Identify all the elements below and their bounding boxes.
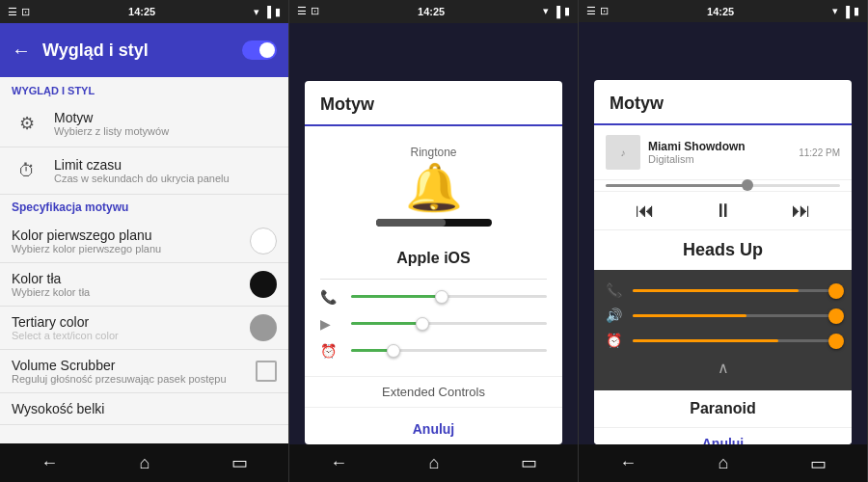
limit-title: Limit czasu [54, 157, 277, 173]
color-circle-black[interactable] [250, 271, 277, 298]
music-seek[interactable] [594, 180, 852, 192]
back-nav-1[interactable]: ← [41, 453, 58, 473]
orange-thumb-3 [828, 334, 844, 349]
menu-item-kolor-planu[interactable]: Kolor pierwszego planu Wybierz kolor pie… [0, 220, 288, 263]
menu-item-kolor-tla[interactable]: Kolor tła Wybierz kolor tła [0, 263, 288, 307]
menu-item-limit[interactable]: ⏱ Limit czasu Czas w sekundach do ukryci… [0, 147, 288, 195]
page-title-1: Wygląd i styl [42, 40, 231, 61]
gear-icon: ⚙ [12, 108, 42, 139]
extended-controls-label: Extended Controls [305, 376, 562, 407]
time-1: 14:25 [128, 6, 155, 17]
home-nav-1[interactable]: ⌂ [140, 453, 150, 473]
dialog-content: Ringtone 🔔 Apple iOS 📞 ▶ [305, 126, 562, 376]
heads-up-label: Heads Up [594, 230, 852, 270]
signal-icon-2: ▐ [553, 6, 560, 17]
battery-icon: ▮ [275, 6, 281, 18]
anuluj-button-3[interactable]: Anuluj [594, 427, 852, 444]
volume-text: Volume Scrubber Reguluj głośność przesuw… [12, 358, 244, 385]
wysokosc-text: Wysokość belki [12, 401, 277, 416]
status-icons-right-3: ▾ ▐ ▮ [832, 5, 859, 17]
slider-fill-1 [351, 295, 439, 298]
alarm-icon-3: ⏰ [606, 333, 625, 348]
recent-nav-1[interactable]: ▭ [231, 452, 248, 473]
status-bar-3: ☰ ⊡ 14:25 ▾ ▐ ▮ [579, 0, 867, 22]
motyw-text: Motyw Wybierz z listy motywów [54, 110, 277, 137]
tertiary-subtitle: Select a text/icon color [12, 330, 238, 341]
motyw-subtitle: Wybierz z listy motywów [54, 125, 277, 137]
seek-track [606, 184, 840, 187]
spec-section-label: Specyfikacja motywu [0, 195, 288, 220]
back-button-1[interactable]: ← [12, 40, 31, 62]
bell-icon: 🔔 [405, 165, 463, 211]
dark-sliders-section: 📞 🔊 ⏰ ∧ [594, 270, 852, 390]
anuluj-button-2[interactable]: Anuluj [413, 415, 455, 442]
bottom-nav-3: ← ⌂ ▭ [579, 444, 867, 482]
dialog-motyw: Motyw Ringtone 🔔 Apple iOS 📞 ▶ [305, 81, 562, 444]
ringtone-label: Ringtone [410, 146, 456, 159]
alarm-icon: ⏰ [320, 343, 343, 359]
ringtone-section: Ringtone 🔔 [320, 138, 547, 242]
tertiary-text-block: Tertiary color Select a text/icon color [12, 314, 238, 341]
pause-button[interactable]: ⏸ [714, 200, 733, 222]
panel-wygladistyl: ☰ ⊡ 14:25 ▾ ▐ ▮ ← Wygląd i styl WYGLĄD I… [0, 0, 289, 482]
slider-thumb-2 [416, 317, 429, 331]
slider-track-1[interactable] [351, 295, 547, 298]
volume-checkbox[interactable] [256, 361, 277, 382]
motyw-title: Motyw [54, 110, 277, 125]
dialog-title-3: Motyw [610, 94, 836, 123]
menu-item-motyw[interactable]: ⚙ Motyw Wybierz z listy motywów [0, 100, 288, 147]
toggle-switch-1[interactable] [242, 40, 277, 60]
play-icon: ▶ [320, 316, 343, 332]
back-nav-3[interactable]: ← [619, 453, 637, 473]
music-time: 11:22 PM [799, 147, 840, 158]
music-info: Miami Showdown Digitalism [648, 140, 791, 165]
slider-row-3: ⏰ [320, 337, 547, 364]
chevron-up-icon[interactable]: ∧ [606, 353, 840, 383]
color-circle-white[interactable] [250, 228, 277, 254]
signal-icon-3: ▐ [842, 6, 850, 17]
progress-fill [376, 219, 446, 227]
panel1-spacer [0, 425, 288, 443]
slider-track-2[interactable] [351, 322, 547, 325]
music-artist: Digitalism [648, 153, 791, 165]
time-2: 14:25 [418, 6, 445, 17]
orange-track-2[interactable] [633, 314, 840, 317]
slider-track-3[interactable] [351, 349, 547, 352]
menu-item-wysokosc[interactable]: Wysokość belki [0, 393, 288, 425]
kolor-tla-subtitle: Wybierz kolor tła [12, 286, 238, 298]
bottom-nav-1: ← ⌂ ▭ [0, 443, 288, 482]
home-nav-2[interactable]: ⌂ [429, 453, 440, 473]
recent-nav-3[interactable]: ▭ [810, 453, 827, 474]
orange-slider-1: 📞 [606, 278, 840, 303]
next-button[interactable]: ⏭ [792, 200, 811, 222]
orange-track-3[interactable] [633, 339, 840, 342]
slider-fill-2 [351, 322, 420, 325]
prev-button[interactable]: ⏮ [636, 200, 655, 222]
recent-nav-2[interactable]: ▭ [521, 452, 537, 473]
volume-subtitle: Reguluj głośność przesuwając pasek postę… [12, 373, 244, 385]
slider-row-2: ▶ [320, 310, 547, 337]
progress-bar[interactable] [376, 219, 492, 227]
dialog-header: Motyw [305, 81, 562, 126]
menu-item-tertiary[interactable]: Tertiary color Select a text/icon color [0, 307, 288, 350]
slider-row-1: 📞 [320, 283, 547, 310]
menu-item-volume[interactable]: Volume Scrubber Reguluj głośność przesuw… [0, 350, 288, 393]
slider-fill-3 [351, 349, 391, 352]
kolor-tla-text: Kolor tła Wybierz kolor tła [12, 271, 238, 298]
screenshot-icon-2: ⊡ [311, 5, 319, 17]
wysokosc-title: Wysokość belki [12, 401, 277, 416]
android-icon-2: ☰ [297, 5, 307, 17]
status-bar-2: ☰ ⊡ 14:25 ▾ ▐ ▮ [289, 0, 578, 23]
battery-icon-3: ▮ [854, 5, 859, 17]
panel3-dialog: Motyw ♪ Miami Showdown Digitalism 11:22 … [594, 80, 852, 444]
color-circle-gray[interactable] [250, 314, 277, 341]
tertiary-title: Tertiary color [12, 314, 238, 330]
screenshot-icon-3: ⊡ [600, 5, 609, 17]
time-3: 14:25 [707, 6, 734, 17]
limit-subtitle: Czas w sekundach do ukrycia panelu [54, 173, 277, 184]
home-nav-3[interactable]: ⌂ [719, 453, 729, 473]
music-thumbnail: ♪ [606, 135, 640, 170]
orange-track-1[interactable] [633, 289, 840, 292]
status-icons-left-2: ☰ ⊡ [297, 5, 319, 17]
back-nav-2[interactable]: ← [330, 453, 347, 473]
